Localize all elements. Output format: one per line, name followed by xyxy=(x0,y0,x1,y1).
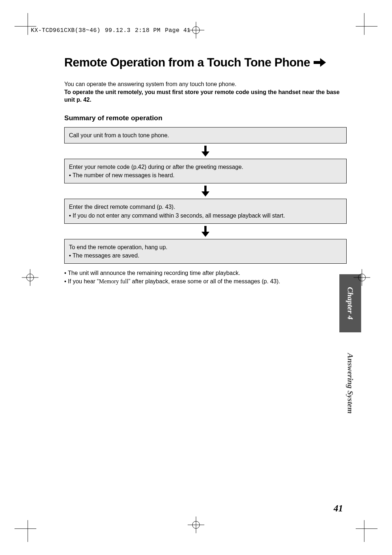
step-2-line1: Enter your remote code (p.42) during or … xyxy=(69,163,342,171)
content-area: Remote Operation from a Touch Tone Phone… xyxy=(64,56,347,285)
registration-mark-icon xyxy=(188,516,204,533)
chapter-tab-bottom-text: Answering System xyxy=(346,353,355,414)
section-subhead: Summary of remote operation xyxy=(64,114,347,122)
registration-mark-icon xyxy=(22,269,38,286)
intro-bold: To operate the unit remotely, you must f… xyxy=(64,88,347,104)
note-2-pre: • If you hear “ xyxy=(64,278,99,284)
step-connector xyxy=(64,146,347,157)
page-title-row: Remote Operation from a Touch Tone Phone xyxy=(64,56,347,69)
note-2-quote: Memory full xyxy=(99,278,128,284)
arrow-down-icon xyxy=(201,146,209,157)
crop-mark xyxy=(364,13,364,35)
svg-marker-5 xyxy=(201,191,209,197)
step-2: Enter your remote code (p.42) during or … xyxy=(64,159,347,183)
continue-arrow-icon xyxy=(314,58,326,67)
note-2-post: ” after playback, erase some or all of t… xyxy=(128,278,280,284)
step-4-line1: To end the remote operation, hang up. xyxy=(69,243,342,251)
intro-line1: You can operate the answering system fro… xyxy=(64,80,347,88)
step-3: Enter the direct remote command (p. 43).… xyxy=(64,199,347,223)
chapter-tab: Chapter 4 Answering System xyxy=(339,274,361,427)
arrow-down-icon xyxy=(201,226,209,237)
note-2: • If you hear “Memory full” after playba… xyxy=(64,277,347,285)
page: KX-TCD961CXB(38~46)99.12.32:18 PMPage 41… xyxy=(31,27,358,528)
crop-mark xyxy=(28,13,28,35)
step-connector xyxy=(64,186,347,197)
intro-text: You can operate the answering system fro… xyxy=(64,80,347,104)
crop-mark xyxy=(15,528,36,529)
slug-date: 99.12.3 xyxy=(105,27,131,34)
crop-mark xyxy=(364,520,364,542)
svg-rect-4 xyxy=(204,186,207,191)
svg-rect-6 xyxy=(204,226,207,232)
crop-mark xyxy=(15,26,36,27)
crop-mark xyxy=(28,520,28,542)
step-3-line1: Enter the direct remote command (p. 43). xyxy=(69,203,342,211)
svg-marker-3 xyxy=(201,151,209,157)
step-2-line2: • The number of new messages is heard. xyxy=(69,171,342,179)
step-4: To end the remote operation, hang up. • … xyxy=(64,239,347,264)
page-title: Remote Operation from a Touch Tone Phone xyxy=(64,56,310,69)
chapter-tab-top-text: Chapter 4 xyxy=(346,287,355,320)
registration-mark-icon xyxy=(354,269,370,286)
note-1: • The unit will announce the remaining r… xyxy=(64,269,347,277)
step-connector xyxy=(64,226,347,237)
step-1: Call your unit from a touch tone phone. xyxy=(64,127,347,143)
post-notes: • The unit will announce the remaining r… xyxy=(64,269,347,285)
registration-mark-icon xyxy=(188,22,204,39)
slug-file: KX-TCD961CXB(38~46) xyxy=(31,27,101,34)
svg-marker-1 xyxy=(320,58,326,67)
page-number: 41 xyxy=(334,503,343,514)
step-3-line2: • If you do not enter any command within… xyxy=(69,211,342,220)
arrow-down-icon xyxy=(201,186,209,197)
slug-time: 2:18 PM xyxy=(135,27,161,34)
crop-mark xyxy=(356,528,377,529)
chapter-tab-bottom: Answering System xyxy=(339,332,361,434)
step-1-text: Call your unit from a touch tone phone. xyxy=(69,131,342,139)
step-4-line2: • The messages are saved. xyxy=(69,251,342,260)
slug-page: Page 41 xyxy=(165,27,191,34)
svg-marker-7 xyxy=(201,232,209,237)
crop-mark xyxy=(356,26,377,27)
svg-rect-2 xyxy=(204,146,207,151)
svg-rect-0 xyxy=(314,61,320,64)
